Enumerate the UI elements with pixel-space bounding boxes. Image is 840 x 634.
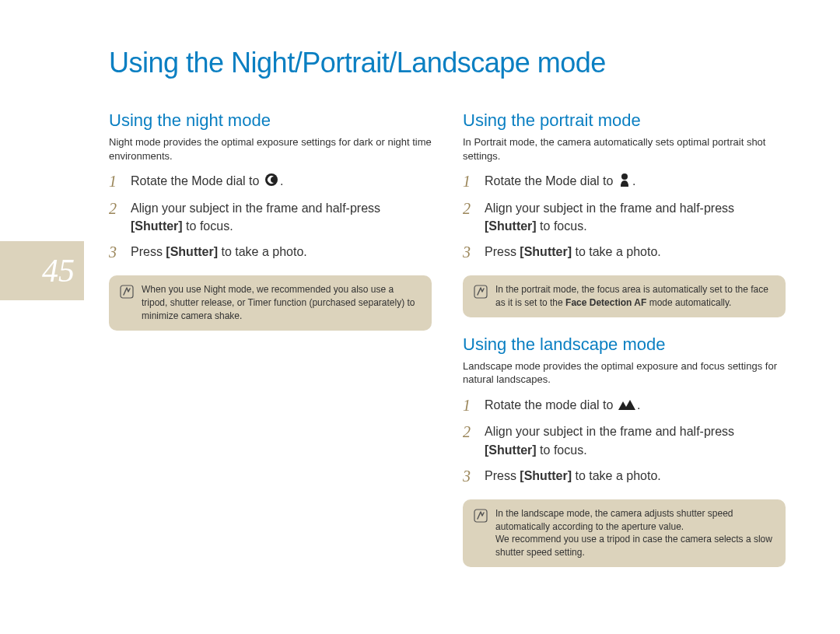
night-note: When you use Night mode, we recommended …	[109, 275, 432, 330]
landscape-step-3: 3 Press [Shutter] to take a photo.	[463, 467, 786, 485]
step-number: 1	[109, 172, 121, 191]
landscape-intro: Landscape mode provides the optimal expo…	[463, 359, 786, 387]
left-column: Using the night mode Night mode provides…	[109, 110, 432, 584]
night-step-2: 2 Align your subject in the frame and ha…	[109, 199, 432, 235]
step-number: 3	[109, 243, 121, 261]
svg-point-0	[265, 173, 278, 186]
landscape-mode-section: Using the landscape mode Landscape mode …	[463, 335, 786, 567]
portrait-icon	[618, 173, 631, 191]
night-mode-section: Using the night mode Night mode provides…	[109, 110, 432, 331]
step-number: 2	[463, 422, 475, 441]
portrait-intro: In Portrait mode, the camera automatical…	[463, 135, 786, 163]
step-text: Align your subject in the frame and half…	[485, 199, 786, 235]
note-icon	[474, 509, 488, 523]
step-text: Rotate the Mode dial to .	[485, 172, 635, 191]
step-number: 3	[463, 467, 475, 485]
step-text: Align your subject in the frame and half…	[485, 422, 786, 458]
landscape-note: In the landscape mode, the camera adjust…	[463, 499, 786, 567]
step-text: Align your subject in the frame and half…	[131, 199, 432, 235]
note-text: In the landscape mode, the camera adjust…	[495, 507, 775, 559]
step-text: Press [Shutter] to take a photo.	[485, 243, 661, 261]
portrait-step-1: 1 Rotate the Mode dial to .	[463, 172, 786, 191]
step-text: Press [Shutter] to take a photo.	[485, 467, 661, 485]
portrait-mode-section: Using the portrait mode In Portrait mode…	[463, 110, 786, 317]
step-text: Press [Shutter] to take a photo.	[131, 243, 307, 261]
night-steps: 1 Rotate the Mode dial to . 2 Align your…	[109, 172, 432, 261]
landscape-heading: Using the landscape mode	[463, 335, 786, 355]
page-content: Using the Night/Portrait/Landscape mode …	[0, 0, 840, 615]
page-title: Using the Night/Portrait/Landscape mode	[109, 47, 786, 79]
night-step-3: 3 Press [Shutter] to take a photo.	[109, 243, 432, 261]
night-intro: Night mode provides the optimal exposure…	[109, 135, 432, 163]
step-number: 3	[463, 243, 475, 261]
svg-point-2	[621, 173, 628, 180]
note-text: In the portrait mode, the focus area is …	[495, 283, 775, 310]
night-icon	[264, 173, 278, 191]
step-number: 1	[463, 172, 475, 191]
landscape-step-1: 1 Rotate the mode dial to .	[463, 396, 786, 415]
step-number: 2	[463, 199, 475, 218]
two-column-layout: Using the night mode Night mode provides…	[109, 110, 786, 584]
note-text: When you use Night mode, we recommended …	[142, 283, 421, 322]
note-icon	[474, 285, 488, 299]
step-number: 2	[109, 199, 121, 218]
landscape-steps: 1 Rotate the mode dial to . 2 Align your…	[463, 396, 786, 485]
portrait-steps: 1 Rotate the Mode dial to . 2 Align your…	[463, 172, 786, 261]
step-number: 1	[463, 396, 475, 415]
portrait-heading: Using the portrait mode	[463, 110, 786, 131]
landscape-step-2: 2 Align your subject in the frame and ha…	[463, 422, 786, 458]
portrait-note: In the portrait mode, the focus area is …	[463, 275, 786, 317]
night-step-1: 1 Rotate the Mode dial to .	[109, 172, 432, 191]
step-text: Rotate the Mode dial to .	[131, 172, 283, 191]
step-text: Rotate the mode dial to .	[485, 396, 640, 415]
right-column: Using the portrait mode In Portrait mode…	[463, 110, 786, 584]
portrait-step-2: 2 Align your subject in the frame and ha…	[463, 199, 786, 235]
note-icon	[120, 285, 134, 299]
portrait-step-3: 3 Press [Shutter] to take a photo.	[463, 243, 786, 261]
landscape-icon	[618, 397, 635, 415]
night-heading: Using the night mode	[109, 110, 432, 131]
